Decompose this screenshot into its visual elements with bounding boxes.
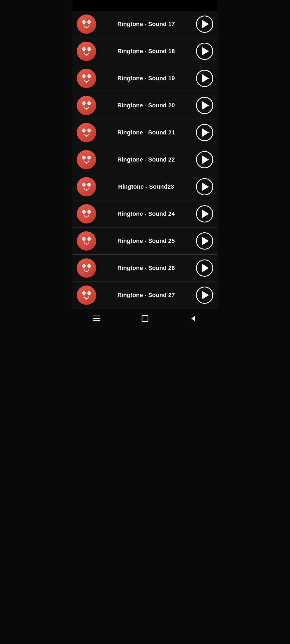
ringtone-label-18: Ringtone - Sound 18 [96, 48, 196, 55]
svg-point-39 [86, 136, 87, 136]
svg-point-26 [84, 103, 84, 104]
play-button-18[interactable] [196, 43, 213, 60]
ringtone-label-17: Ringtone - Sound 17 [96, 21, 196, 28]
svg-point-45 [89, 157, 89, 158]
svg-point-66 [84, 238, 84, 239]
play-triangle-icon [202, 264, 209, 272]
ringtone-label-21: Ringtone - Sound 21 [96, 129, 196, 136]
svg-point-42 [84, 157, 84, 158]
svg-point-34 [84, 130, 84, 131]
svg-rect-91 [142, 316, 148, 321]
ringtone-label-23: Ringtone - Sound23 [96, 183, 196, 190]
svg-point-82 [84, 292, 84, 294]
home-icon[interactable] [140, 313, 150, 324]
svg-point-77 [89, 265, 89, 266]
earphone-icon-23 [77, 177, 96, 196]
svg-point-37 [89, 130, 89, 131]
play-button-19[interactable] [196, 70, 213, 87]
earphone-icon-20 [77, 96, 96, 115]
nav-bar [73, 309, 218, 328]
svg-point-47 [86, 163, 87, 163]
svg-point-21 [89, 76, 89, 77]
play-triangle-icon [202, 101, 209, 110]
ringtone-label-19: Ringtone - Sound 19 [96, 75, 196, 82]
ringtone-label-24: Ringtone - Sound 24 [96, 210, 196, 217]
play-button-26[interactable] [196, 259, 213, 277]
ringtone-list: Ringtone - Sound 17 [73, 11, 218, 309]
play-triangle-icon [202, 155, 209, 164]
status-bar [73, 0, 218, 11]
ringtone-item[interactable]: Ringtone - Sound 24 [73, 200, 218, 228]
play-triangle-icon [202, 20, 209, 28]
ringtone-item[interactable]: Ringtone - Sound23 [73, 173, 218, 200]
ringtone-item[interactable]: Ringtone - Sound 20 [73, 92, 218, 119]
earphone-icon-18 [77, 42, 96, 61]
svg-point-53 [89, 184, 89, 185]
earphone-icon-24 [77, 204, 96, 224]
ringtone-item[interactable]: Ringtone - Sound 21 [73, 119, 218, 146]
play-button-25[interactable] [196, 232, 213, 250]
back-icon[interactable] [188, 313, 199, 324]
ringtone-item[interactable]: Ringtone - Sound 18 [73, 38, 218, 65]
earphone-icon-19 [77, 69, 96, 88]
svg-point-79 [86, 271, 87, 272]
svg-point-69 [89, 238, 89, 239]
earphone-icon-22 [77, 150, 96, 169]
ringtone-item[interactable]: Ringtone - Sound 17 [73, 11, 218, 38]
play-triangle-icon [202, 182, 209, 191]
earphone-icon-25 [77, 231, 96, 251]
play-triangle-icon [202, 47, 209, 56]
svg-point-15 [86, 54, 87, 55]
ringtone-item[interactable]: Ringtone - Sound 27 [73, 282, 218, 309]
ringtone-label-20: Ringtone - Sound 20 [96, 102, 196, 109]
svg-point-74 [84, 265, 84, 266]
earphone-icon-27 [77, 286, 96, 305]
play-triangle-icon [202, 74, 209, 83]
svg-point-2 [84, 21, 84, 23]
ringtone-item[interactable]: Ringtone - Sound 19 [73, 65, 218, 92]
play-button-20[interactable] [196, 97, 213, 114]
ringtone-item[interactable]: Ringtone - Sound 26 [73, 255, 218, 282]
svg-point-18 [84, 76, 84, 77]
svg-point-61 [89, 211, 89, 212]
svg-point-87 [86, 298, 87, 299]
svg-point-23 [86, 81, 87, 82]
play-triangle-icon [202, 210, 209, 218]
svg-rect-90 [93, 320, 100, 321]
play-button-24[interactable] [196, 205, 213, 222]
svg-point-50 [84, 184, 84, 185]
svg-point-10 [84, 49, 84, 50]
ringtone-label-27: Ringtone - Sound 27 [96, 292, 196, 299]
ringtone-label-25: Ringtone - Sound 25 [96, 237, 196, 244]
menu-icon[interactable] [91, 313, 102, 324]
svg-point-58 [84, 211, 84, 212]
earphone-icon-26 [77, 258, 96, 278]
play-triangle-icon [202, 128, 209, 137]
ringtone-item[interactable]: Ringtone - Sound 25 [73, 228, 218, 255]
play-button-21[interactable] [196, 124, 213, 141]
earphone-icon-21 [77, 123, 96, 142]
svg-point-29 [89, 103, 89, 104]
svg-point-55 [86, 190, 87, 191]
play-triangle-icon [202, 291, 209, 299]
svg-marker-92 [191, 316, 195, 321]
svg-point-71 [86, 244, 87, 245]
svg-point-13 [89, 49, 89, 50]
play-button-27[interactable] [196, 287, 213, 304]
svg-point-63 [86, 217, 87, 218]
play-button-17[interactable] [196, 16, 213, 33]
ringtone-label-26: Ringtone - Sound 26 [96, 265, 196, 272]
svg-point-7 [86, 27, 87, 28]
ringtone-item[interactable]: Ringtone - Sound 22 [73, 146, 218, 173]
svg-rect-89 [93, 318, 100, 319]
ringtone-label-22: Ringtone - Sound 22 [96, 156, 196, 163]
play-button-23[interactable] [196, 178, 213, 195]
earphone-icon-17 [77, 14, 96, 34]
svg-point-5 [89, 21, 89, 23]
svg-rect-88 [93, 316, 100, 316]
svg-point-85 [89, 292, 89, 294]
svg-point-31 [86, 108, 87, 109]
play-triangle-icon [202, 237, 209, 245]
play-button-22[interactable] [196, 151, 213, 168]
